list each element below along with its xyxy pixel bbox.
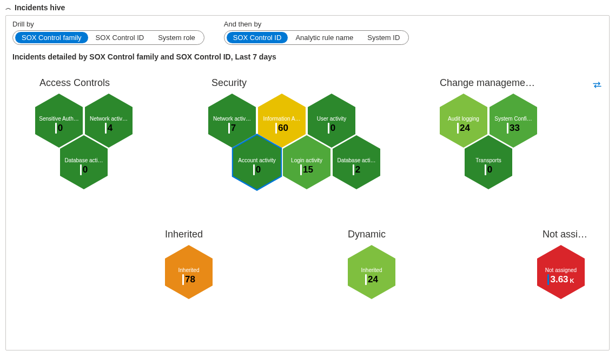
drill-secondary-label: And then by	[224, 20, 409, 28]
hex-label: Database acti…	[64, 157, 103, 163]
hex-label: Network activ…	[213, 116, 251, 122]
hex-value: 33	[510, 123, 520, 134]
hex-tile[interactable]: Inherited24	[348, 245, 395, 299]
hex-label: Login activity	[291, 157, 322, 163]
hex-label: Not assigned	[545, 267, 577, 273]
chevron-up-icon: ︿	[5, 4, 11, 12]
hex-indicator-bar	[507, 123, 508, 134]
hex-value-row: 0	[80, 164, 88, 175]
hex-value-row: 0	[485, 164, 492, 175]
hex-value-row: 4	[105, 123, 113, 134]
group-title: Access Controls	[39, 77, 110, 89]
hex-value: 7	[231, 123, 236, 134]
hex-body: Database acti…2	[333, 135, 380, 189]
hex-label: Inherited	[361, 267, 382, 273]
hex-indicator-bar	[55, 123, 57, 134]
hex-tile[interactable]: Account activity0	[233, 135, 281, 189]
hex-tile[interactable]: Login activity15	[283, 135, 330, 189]
hex-value-row: 78	[182, 274, 195, 285]
hex-indicator-bar	[485, 164, 486, 175]
hex-tile[interactable]: Transports0	[465, 135, 512, 189]
hex-body: Not assigned3.63K	[537, 245, 585, 299]
hex-label: Network activ…	[90, 116, 128, 122]
hex-indicator-bar	[182, 274, 184, 285]
hex-indicator-bar	[105, 123, 107, 134]
hex-value: 78	[185, 274, 195, 285]
hex-value-row: 3.63K	[547, 274, 574, 285]
hex-value: 3.63	[550, 274, 568, 285]
hex-label: Account activity	[238, 157, 275, 163]
hex-value: 0	[58, 123, 63, 134]
hive-panel: Drill by SOX Control familySOX Control I…	[5, 15, 610, 350]
hex-value: 0	[256, 164, 261, 175]
hex-label: Audit logging	[448, 116, 479, 122]
hex-value: 0	[487, 164, 492, 175]
hex-label: Inherited	[178, 267, 200, 273]
hex-value: 0	[330, 123, 335, 134]
hex-indicator-bar	[353, 164, 354, 175]
hex-tile[interactable]: Database acti…0	[60, 135, 108, 189]
hex-body: Login activity15	[283, 135, 330, 189]
hex-body: Database acti…0	[60, 135, 108, 189]
hex-value: 24	[368, 274, 378, 285]
drill-controls: Drill by SOX Control familySOX Control I…	[12, 20, 603, 45]
hex-body: Inherited24	[348, 245, 395, 299]
drill-secondary-option[interactable]: Analytic rule name	[289, 32, 360, 43]
hex-indicator-bar	[300, 164, 302, 175]
hex-value-row: 33	[507, 123, 520, 134]
hex-value-row: 2	[353, 164, 360, 175]
hex-value-row: 0	[253, 164, 261, 175]
hex-value-row: 15	[300, 164, 313, 175]
section-title: Incidents hive	[15, 3, 65, 12]
hex-indicator-bar	[457, 123, 459, 134]
group-title: Dynamic	[348, 229, 386, 240]
hex-indicator-bar	[228, 123, 230, 134]
drill-secondary-group: SOX Control IDAnalytic rule nameSystem I…	[224, 30, 409, 45]
hex-label: Transports	[475, 157, 501, 163]
group-title: Change manageme…	[440, 77, 535, 89]
hex-body: Inherited78	[165, 245, 213, 299]
hex-value: 24	[460, 123, 470, 134]
hex-label: Sensitive Auth…	[39, 116, 78, 122]
hex-label: System Confi…	[494, 116, 532, 122]
hex-value-row: 0	[328, 123, 335, 134]
group-title: Security	[211, 77, 247, 89]
hex-unit: K	[570, 277, 574, 285]
hex-value-row: 7	[228, 123, 236, 134]
hex-tile[interactable]: Inherited78	[165, 245, 213, 299]
hex-value: 2	[355, 164, 360, 175]
hex-value: 15	[303, 164, 313, 175]
hex-body: Transports0	[465, 135, 512, 189]
drill-primary-option[interactable]: System role	[151, 32, 202, 43]
hex-value-row: 0	[55, 123, 63, 134]
hive-chart: Access ControlsSensitive Auth…0Network a…	[12, 77, 603, 337]
drill-primary-option[interactable]: SOX Control ID	[89, 32, 151, 43]
hex-indicator-bar	[328, 123, 329, 134]
hex-value: 4	[108, 123, 113, 134]
section-toggle[interactable]: ︿ Incidents hive	[5, 3, 610, 12]
hex-indicator-bar	[80, 164, 82, 175]
hex-indicator-bar	[547, 274, 549, 285]
group-title: Inherited	[165, 229, 203, 240]
hex-value: 60	[278, 123, 288, 134]
hex-tile[interactable]: Database acti…2	[333, 135, 380, 189]
hex-indicator-bar	[275, 123, 277, 134]
hex-value-row: 24	[365, 274, 378, 285]
drill-secondary-option[interactable]: System ID	[361, 32, 406, 43]
hex-tile[interactable]: Not assigned3.63K	[537, 245, 585, 299]
hex-label: Information A…	[263, 116, 301, 122]
drill-primary-label: Drill by	[12, 20, 204, 28]
hex-indicator-bar	[253, 164, 255, 175]
hex-value-row: 60	[275, 123, 288, 134]
group-title: Not assi…	[543, 229, 587, 240]
chart-subtitle: Incidents detailed by SOX Control family…	[12, 52, 603, 61]
hex-value-row: 24	[457, 123, 470, 134]
hex-value: 0	[83, 164, 88, 175]
drill-secondary-option[interactable]: SOX Control ID	[227, 32, 288, 43]
hex-indicator-bar	[365, 274, 367, 285]
hex-label: Database acti…	[337, 157, 375, 163]
drill-primary-group: SOX Control familySOX Control IDSystem r…	[12, 30, 204, 45]
drill-primary-option[interactable]: SOX Control family	[15, 32, 88, 43]
hex-label: User activity	[317, 116, 346, 122]
